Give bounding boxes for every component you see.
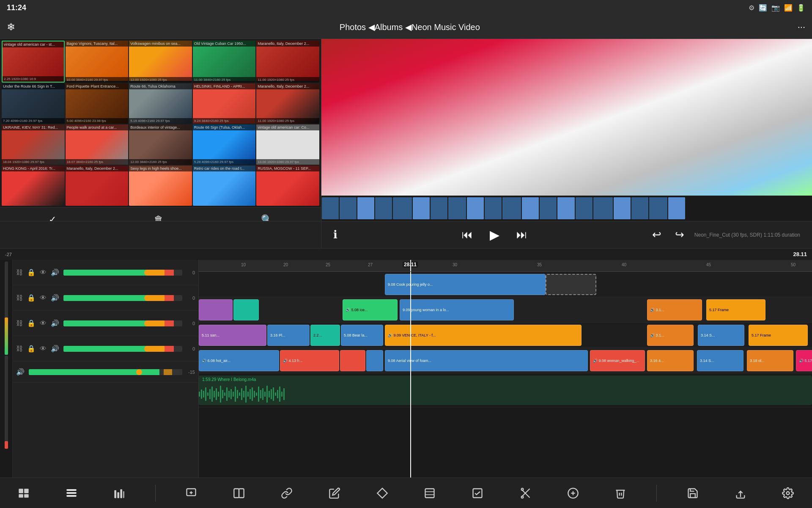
- media-item-19[interactable]: Retro car rides on the road t...: [193, 166, 256, 206]
- meter-knob-3[interactable]: [144, 320, 150, 326]
- redo-button[interactable]: ↪: [672, 225, 688, 245]
- clip-s-4[interactable]: 3.14 S...: [697, 350, 743, 371]
- media-item-4[interactable]: Old Vintage Cuban Car 1950... 11.00 3840…: [193, 41, 256, 83]
- skip-back-button[interactable]: ⏮: [458, 225, 476, 245]
- toolbar-add-button[interactable]: [561, 481, 585, 505]
- undo-button[interactable]: ↩: [649, 225, 665, 245]
- strip-item[interactable]: [448, 197, 466, 219]
- app-logo[interactable]: ❄: [7, 21, 15, 33]
- media-item-13[interactable]: Bordeaux interior of vintage... 12.00 38…: [129, 124, 192, 165]
- clip-bear-2[interactable]: 9.09 young woman in a lo...: [400, 299, 514, 320]
- toolbar-list-button[interactable]: [418, 481, 442, 505]
- search-button[interactable]: 🔍: [258, 211, 276, 221]
- toolbar-save-button[interactable]: [681, 481, 705, 505]
- media-item-18[interactable]: Sexy legs in high heels shoe...: [129, 166, 192, 206]
- strip-item[interactable]: [431, 197, 447, 219]
- clip-red-small-4[interactable]: [340, 350, 365, 371]
- toolbar-checkbox-button[interactable]: [466, 481, 489, 505]
- media-item-11[interactable]: UKRAINE, KIEV, MAY 31: Red... 18.04 1920…: [2, 124, 65, 165]
- media-item-16[interactable]: HONG KONG - April 2016: Tr...: [2, 166, 65, 206]
- link-icon-2[interactable]: ⛓: [16, 294, 23, 302]
- strip-item[interactable]: [375, 197, 392, 219]
- media-item-2[interactable]: Bagno Vignoni, Tuscany, Ital... 10.00 38…: [66, 41, 129, 83]
- clip-cook-jelly[interactable]: 9.08 Cook pouring jelly o...: [385, 274, 546, 295]
- strip-item[interactable]: [393, 197, 412, 219]
- clip-orange-2[interactable]: 🔊 3.1...: [647, 299, 702, 320]
- toolbar-timeline-button[interactable]: [60, 481, 83, 505]
- toolbar-add-clip-button[interactable]: [179, 481, 203, 505]
- link-icon-3[interactable]: ⛓: [16, 320, 23, 327]
- media-item-6[interactable]: Under the Route 66 Sign in T... 7.20 409…: [2, 83, 65, 124]
- strip-item[interactable]: [502, 197, 521, 219]
- play-button[interactable]: ▶: [486, 224, 503, 246]
- audio-music-icon[interactable]: 🔊: [16, 368, 25, 376]
- clip-s-3[interactable]: 3.14 S...: [698, 325, 744, 346]
- clip-h-4[interactable]: 🔊 4.13 h...: [280, 350, 339, 371]
- toolbar-library-button[interactable]: [12, 481, 36, 505]
- media-item-12[interactable]: People walk around at a car... 18.07 384…: [66, 124, 129, 165]
- toolbar-link-button[interactable]: [275, 481, 299, 505]
- clip-ghost-1[interactable]: [546, 274, 596, 295]
- strip-item[interactable]: [614, 197, 631, 219]
- media-item-9[interactable]: HELSINKI, FINLAND - APRI... 9.24 3840×21…: [193, 83, 256, 124]
- music-clip-container[interactable]: 1:59.29 Where I Belong.m4a: [199, 375, 812, 405]
- strip-item[interactable]: [467, 197, 484, 219]
- audio-icon-3[interactable]: 🔊: [51, 319, 59, 327]
- clip-blue-tiny-4[interactable]: [366, 350, 383, 371]
- toolbar-share-button[interactable]: [729, 481, 752, 505]
- clip-frame-2[interactable]: 5.17 Frame: [706, 299, 765, 320]
- clip-orange-3[interactable]: 🔊 3.1...: [647, 325, 694, 346]
- media-item-15[interactable]: vintage old american car: Co... 13.00 19…: [256, 124, 319, 165]
- audio-icon-1[interactable]: 🔊: [51, 268, 59, 276]
- link-icon-1[interactable]: ⛓: [16, 269, 23, 276]
- lock-icon-2[interactable]: 🔒: [27, 294, 36, 302]
- info-button[interactable]: ℹ: [330, 225, 341, 245]
- strip-item[interactable]: [413, 197, 430, 219]
- lock-icon-4[interactable]: 🔒: [27, 345, 36, 353]
- toolbar-settings-button[interactable]: [776, 481, 800, 505]
- clip-4-3[interactable]: 3.16 4...: [647, 350, 694, 371]
- clip-venice[interactable]: 🔊 9.09 VENICE, ITALY - f...: [385, 325, 582, 346]
- meter-knob-1[interactable]: [144, 270, 150, 276]
- meter-knob-2[interactable]: [144, 295, 150, 301]
- audio-icon-4[interactable]: 🔊: [51, 345, 59, 353]
- clip-woman-walking[interactable]: 🔊 9.08 woman_walking_...: [590, 350, 645, 371]
- audio-icon-2[interactable]: 🔊: [51, 294, 59, 302]
- strip-item[interactable]: [540, 197, 557, 219]
- media-item-10[interactable]: Maranello, Italy, December 2... 11.00 19…: [256, 83, 319, 124]
- toolbar-edit-button[interactable]: [323, 481, 346, 505]
- clip-beau-4[interactable]: 🔊 5.17 beau...: [796, 350, 812, 371]
- select-check-button[interactable]: ✓: [45, 211, 60, 221]
- media-item-5[interactable]: Maranello, Italy, December 2... 11.00 19…: [256, 41, 319, 83]
- clip-ol-4[interactable]: 3.18 ol...: [747, 350, 793, 371]
- clip-teal-2[interactable]: [233, 299, 259, 320]
- toolbar-cut-button[interactable]: [513, 481, 537, 505]
- meter-knob-music[interactable]: [136, 369, 142, 375]
- clip-ice[interactable]: 🔊 5.08 ice...: [343, 299, 398, 320]
- link-icon-4[interactable]: ⛓: [16, 345, 23, 353]
- strip-item[interactable]: [649, 197, 667, 219]
- nav-more-button[interactable]: ···: [798, 22, 805, 33]
- toolbar-keyframe-button[interactable]: [370, 481, 394, 505]
- toolbar-transition-button[interactable]: [227, 481, 251, 505]
- strip-item[interactable]: [340, 197, 357, 219]
- skip-forward-button[interactable]: ⏭: [513, 225, 531, 245]
- clip-pl-3[interactable]: 3.16 Pl...: [267, 325, 310, 346]
- delete-button[interactable]: 🗑: [151, 211, 167, 221]
- media-item-1[interactable]: vintage old american car - st... 2.25 19…: [2, 41, 65, 83]
- strip-item[interactable]: [557, 197, 575, 219]
- clip-blue-small-3[interactable]: 5.08 Bear la...: [341, 325, 383, 346]
- strip-item[interactable]: [485, 197, 502, 219]
- strip-item[interactable]: [631, 197, 648, 219]
- toolbar-delete-button[interactable]: [609, 481, 632, 505]
- eye-icon-2[interactable]: 👁: [40, 294, 47, 302]
- clip-aerial[interactable]: 9.08 Aerial view of foam...: [385, 350, 588, 371]
- strip-item[interactable]: [322, 197, 339, 219]
- media-item-7[interactable]: Ford Piquette Plant Entrance... 5.00 409…: [66, 83, 129, 124]
- clip-frame-3[interactable]: 5.17 Frame: [749, 325, 808, 346]
- media-item-20[interactable]: RUSSIA, MOSCOW - 11 SEP...: [256, 166, 319, 206]
- lock-icon-1[interactable]: 🔒: [27, 268, 36, 276]
- ruler-playhead[interactable]: [410, 260, 411, 271]
- strip-item[interactable]: [593, 197, 613, 219]
- media-item-8[interactable]: Route 66, Tulsa Oklahoma 5.19 4096×2160 …: [129, 83, 192, 124]
